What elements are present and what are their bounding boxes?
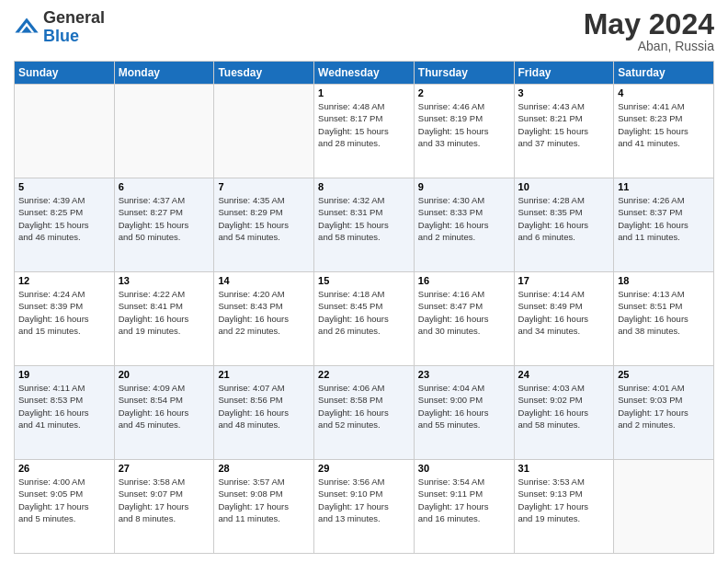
day-number: 18 [618, 275, 710, 286]
table-row [15, 85, 115, 178]
day-number: 21 [218, 369, 310, 380]
day-info: Sunrise: 4:35 AM Sunset: 8:29 PM Dayligh… [218, 194, 310, 243]
table-row: 31Sunrise: 3:53 AM Sunset: 9:13 PM Dayli… [514, 460, 614, 554]
calendar-week-row: 19Sunrise: 4:11 AM Sunset: 8:53 PM Dayli… [15, 366, 714, 460]
calendar-week-row: 1Sunrise: 4:48 AM Sunset: 8:17 PM Daylig… [15, 85, 714, 178]
table-row: 28Sunrise: 3:57 AM Sunset: 9:08 PM Dayli… [214, 460, 314, 554]
day-number: 19 [18, 369, 110, 380]
calendar-table: Sunday Monday Tuesday Wednesday Thursday… [14, 61, 714, 554]
table-row: 21Sunrise: 4:07 AM Sunset: 8:56 PM Dayli… [214, 366, 314, 460]
col-sunday: Sunday [15, 62, 115, 85]
day-number: 30 [418, 463, 510, 474]
day-info: Sunrise: 4:00 AM Sunset: 9:05 PM Dayligh… [18, 476, 110, 524]
day-info: Sunrise: 4:20 AM Sunset: 8:43 PM Dayligh… [218, 288, 310, 337]
day-info: Sunrise: 4:16 AM Sunset: 8:47 PM Dayligh… [418, 288, 510, 337]
day-number: 7 [218, 181, 310, 192]
day-info: Sunrise: 4:26 AM Sunset: 8:37 PM Dayligh… [618, 194, 710, 243]
day-number: 2 [418, 87, 510, 98]
title-block: May 2024 Aban, Russia [584, 9, 714, 53]
day-number: 8 [318, 181, 410, 192]
table-row: 9Sunrise: 4:30 AM Sunset: 8:33 PM Daylig… [414, 178, 514, 272]
day-number: 3 [518, 87, 610, 98]
table-row: 1Sunrise: 4:48 AM Sunset: 8:17 PM Daylig… [314, 85, 415, 178]
day-number: 15 [318, 275, 410, 286]
col-monday: Monday [114, 62, 214, 85]
day-info: Sunrise: 4:30 AM Sunset: 8:33 PM Dayligh… [418, 194, 510, 243]
table-row [214, 85, 314, 178]
day-number: 11 [618, 181, 710, 192]
logo-general: General [43, 9, 105, 28]
table-row: 6Sunrise: 4:37 AM Sunset: 8:27 PM Daylig… [114, 178, 214, 272]
table-row: 17Sunrise: 4:14 AM Sunset: 8:49 PM Dayli… [514, 272, 614, 366]
day-number: 22 [318, 369, 410, 380]
table-row: 15Sunrise: 4:18 AM Sunset: 8:45 PM Dayli… [314, 272, 415, 366]
table-row: 7Sunrise: 4:35 AM Sunset: 8:29 PM Daylig… [214, 178, 314, 272]
table-row: 5Sunrise: 4:39 AM Sunset: 8:25 PM Daylig… [15, 178, 115, 272]
day-info: Sunrise: 4:28 AM Sunset: 8:35 PM Dayligh… [518, 194, 610, 243]
table-row: 29Sunrise: 3:56 AM Sunset: 9:10 PM Dayli… [314, 460, 415, 554]
day-info: Sunrise: 4:32 AM Sunset: 8:31 PM Dayligh… [318, 194, 410, 243]
day-number: 16 [418, 275, 510, 286]
table-row: 10Sunrise: 4:28 AM Sunset: 8:35 PM Dayli… [514, 178, 614, 272]
month-title: May 2024 [584, 9, 714, 39]
day-number: 14 [218, 275, 310, 286]
day-info: Sunrise: 4:09 AM Sunset: 8:54 PM Dayligh… [119, 382, 210, 431]
day-number: 10 [518, 181, 610, 192]
day-info: Sunrise: 3:54 AM Sunset: 9:11 PM Dayligh… [418, 476, 510, 524]
location-subtitle: Aban, Russia [584, 39, 714, 53]
day-number: 23 [418, 369, 510, 380]
day-info: Sunrise: 4:46 AM Sunset: 8:19 PM Dayligh… [418, 100, 510, 149]
day-number: 27 [119, 463, 210, 474]
day-number: 12 [18, 275, 110, 286]
day-number: 24 [518, 369, 610, 380]
day-info: Sunrise: 4:06 AM Sunset: 8:58 PM Dayligh… [318, 382, 410, 431]
day-info: Sunrise: 3:56 AM Sunset: 9:10 PM Dayligh… [318, 476, 410, 524]
logo-blue: Blue [43, 28, 105, 46]
table-row: 22Sunrise: 4:06 AM Sunset: 8:58 PM Dayli… [314, 366, 415, 460]
day-info: Sunrise: 4:18 AM Sunset: 8:45 PM Dayligh… [318, 288, 410, 337]
col-tuesday: Tuesday [214, 62, 314, 85]
calendar-header-row: Sunday Monday Tuesday Wednesday Thursday… [15, 62, 714, 85]
logo-icon [14, 15, 40, 40]
calendar-week-row: 12Sunrise: 4:24 AM Sunset: 8:39 PM Dayli… [15, 272, 714, 366]
day-number: 29 [318, 463, 410, 474]
page: General Blue May 2024 Aban, Russia Sunda… [0, 0, 728, 563]
table-row: 8Sunrise: 4:32 AM Sunset: 8:31 PM Daylig… [314, 178, 415, 272]
day-number: 17 [518, 275, 610, 286]
table-row: 25Sunrise: 4:01 AM Sunset: 9:03 PM Dayli… [614, 366, 714, 460]
day-number: 1 [318, 87, 410, 98]
day-number: 26 [18, 463, 110, 474]
table-row: 20Sunrise: 4:09 AM Sunset: 8:54 PM Dayli… [114, 366, 214, 460]
day-info: Sunrise: 4:43 AM Sunset: 8:21 PM Dayligh… [518, 100, 610, 149]
table-row: 30Sunrise: 3:54 AM Sunset: 9:11 PM Dayli… [414, 460, 514, 554]
day-info: Sunrise: 3:53 AM Sunset: 9:13 PM Dayligh… [518, 476, 610, 524]
calendar-week-row: 5Sunrise: 4:39 AM Sunset: 8:25 PM Daylig… [15, 178, 714, 272]
day-info: Sunrise: 4:03 AM Sunset: 9:02 PM Dayligh… [518, 382, 610, 431]
day-info: Sunrise: 4:48 AM Sunset: 8:17 PM Dayligh… [318, 100, 410, 149]
day-info: Sunrise: 4:24 AM Sunset: 8:39 PM Dayligh… [18, 288, 110, 337]
table-row: 2Sunrise: 4:46 AM Sunset: 8:19 PM Daylig… [414, 85, 514, 178]
table-row [614, 460, 714, 554]
day-info: Sunrise: 3:57 AM Sunset: 9:08 PM Dayligh… [218, 476, 310, 524]
day-number: 25 [618, 369, 710, 380]
table-row: 16Sunrise: 4:16 AM Sunset: 8:47 PM Dayli… [414, 272, 514, 366]
day-number: 5 [18, 181, 110, 192]
logo: General Blue [14, 9, 105, 46]
col-friday: Friday [514, 62, 614, 85]
day-info: Sunrise: 4:41 AM Sunset: 8:23 PM Dayligh… [618, 100, 710, 149]
day-info: Sunrise: 4:07 AM Sunset: 8:56 PM Dayligh… [218, 382, 310, 431]
day-number: 9 [418, 181, 510, 192]
table-row: 26Sunrise: 4:00 AM Sunset: 9:05 PM Dayli… [15, 460, 115, 554]
table-row: 11Sunrise: 4:26 AM Sunset: 8:37 PM Dayli… [614, 178, 714, 272]
table-row: 19Sunrise: 4:11 AM Sunset: 8:53 PM Dayli… [15, 366, 115, 460]
day-number: 28 [218, 463, 310, 474]
table-row: 13Sunrise: 4:22 AM Sunset: 8:41 PM Dayli… [114, 272, 214, 366]
table-row: 27Sunrise: 3:58 AM Sunset: 9:07 PM Dayli… [114, 460, 214, 554]
col-saturday: Saturday [614, 62, 714, 85]
table-row: 3Sunrise: 4:43 AM Sunset: 8:21 PM Daylig… [514, 85, 614, 178]
day-number: 13 [119, 275, 210, 286]
col-wednesday: Wednesday [314, 62, 415, 85]
day-info: Sunrise: 4:04 AM Sunset: 9:00 PM Dayligh… [418, 382, 510, 431]
day-info: Sunrise: 4:39 AM Sunset: 8:25 PM Dayligh… [18, 194, 110, 243]
table-row: 14Sunrise: 4:20 AM Sunset: 8:43 PM Dayli… [214, 272, 314, 366]
